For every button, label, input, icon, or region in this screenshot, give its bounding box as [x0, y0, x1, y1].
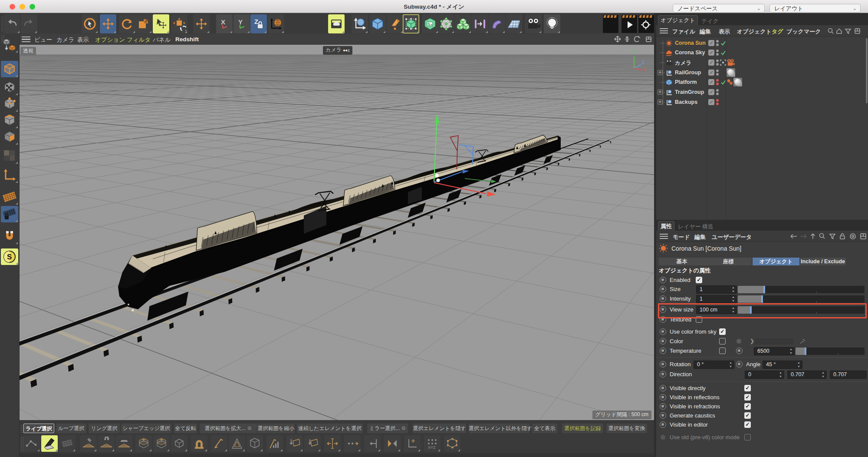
- svg-text:Y: Y: [632, 50, 635, 54]
- svg-text:Y: Y: [238, 18, 243, 26]
- svg-text:X: X: [221, 18, 225, 26]
- svg-text:Z: Z: [642, 60, 644, 65]
- svg-text:S: S: [7, 253, 12, 261]
- svg-text:XYZ: XYZ: [428, 445, 436, 450]
- svg-text:Z: Z: [254, 18, 258, 25]
- svg-text:X: X: [643, 68, 646, 73]
